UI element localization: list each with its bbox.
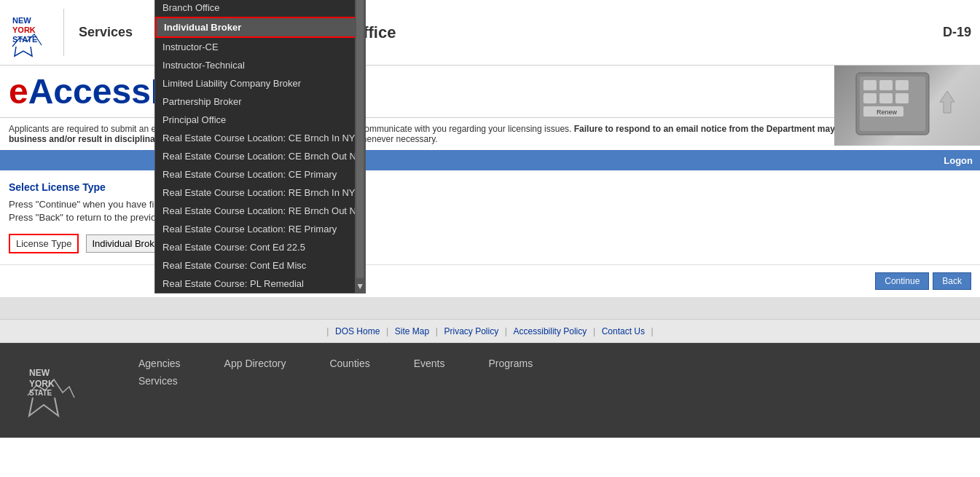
svg-text:YORK: YORK bbox=[29, 379, 55, 389]
footer-events[interactable]: Events bbox=[414, 358, 445, 369]
back-button[interactable]: Back bbox=[933, 272, 971, 290]
main-content: Select License Type Press "Continue" whe… bbox=[0, 170, 980, 264]
dropdown-item[interactable]: Real Estate Course Location: RE Primary bbox=[155, 220, 365, 238]
eaccess-access: Access bbox=[28, 72, 151, 111]
dropdown-item[interactable]: Real Estate Course: PL Remedial bbox=[155, 275, 365, 293]
footer-link-contact[interactable]: Contact Us bbox=[602, 326, 645, 336]
instruction-2: Press "Back" to return to the previous s… bbox=[9, 212, 971, 223]
footer-link-sitemap[interactable]: Site Map bbox=[395, 326, 429, 336]
footer-agencies[interactable]: Agencies bbox=[138, 358, 181, 369]
license-type-row: License Type Associate BrokerBranch Offi… bbox=[9, 234, 971, 253]
svg-text:Renew: Renew bbox=[877, 109, 898, 116]
svg-rect-5 bbox=[863, 80, 877, 90]
footer-col-2: App Directory bbox=[224, 358, 286, 387]
dropdown-item[interactable]: Limited Liability Company Broker bbox=[155, 74, 365, 92]
pipe1: | bbox=[386, 326, 388, 336]
footer-links: Agencies Services App Directory Counties… bbox=[138, 358, 958, 387]
gray-spacer bbox=[0, 297, 980, 319]
section-title: Select License Type bbox=[9, 181, 971, 193]
page-header: NEW YORK STATE Services Associate Broker… bbox=[0, 0, 980, 66]
svg-rect-10 bbox=[895, 93, 909, 103]
dropdown-item[interactable]: Real Estate Course Location: RE Brnch Ou… bbox=[155, 202, 365, 220]
header-logo: NEW YORK STATE bbox=[9, 9, 64, 56]
footer-app-directory[interactable]: App Directory bbox=[224, 358, 286, 369]
alert-text: Applicants are required to submit an e-m… bbox=[9, 124, 958, 144]
scroll-down-arrow[interactable]: ▼ bbox=[354, 280, 366, 293]
dropdown-item[interactable]: Partnership Broker bbox=[155, 92, 365, 111]
nav-services[interactable]: Services bbox=[79, 25, 133, 40]
alert-banner: Applicants are required to submit an e-m… bbox=[0, 117, 980, 150]
footer-link-privacy[interactable]: Privacy Policy bbox=[444, 326, 498, 336]
dropdown-item[interactable]: Real Estate Course Location: CE Primary bbox=[155, 165, 365, 184]
dropdown-item[interactable]: Instructor-CE bbox=[155, 38, 365, 56]
logon-link[interactable]: Logon bbox=[944, 155, 973, 166]
footer-logo-area: NEW YORK STATE bbox=[22, 358, 109, 423]
dropdown-item[interactable]: Real Estate Course Location: CE Brnch In… bbox=[155, 129, 365, 147]
keyboard-svg: Renew bbox=[849, 69, 965, 142]
svg-text:YORK: YORK bbox=[12, 25, 36, 34]
dropdown-item[interactable]: Individual Broker bbox=[155, 17, 365, 38]
pipe2: | bbox=[436, 326, 438, 336]
header-nav: Services Associate Broker Branch Office … bbox=[79, 23, 971, 42]
license-type-label: License Type bbox=[9, 234, 79, 253]
dropdown-scroll-area: Associate BrokerBranch OfficeIndividual … bbox=[155, 0, 365, 293]
dropdown-area: Associate Broker Branch Office Associate… bbox=[154, 23, 921, 42]
ny-state-logo: NEW YORK STATE bbox=[9, 9, 49, 56]
license-type-dropdown[interactable]: Associate BrokerBranch OfficeIndividual … bbox=[154, 0, 366, 293]
dropdown-item[interactable]: Principal Office bbox=[155, 111, 365, 129]
renew-image: Renew bbox=[834, 66, 980, 146]
blue-divider: Logon bbox=[0, 150, 980, 170]
pipe3: | bbox=[505, 326, 507, 336]
eaccess-section: eAccessNY Occupational Licensing Managem… bbox=[0, 66, 980, 117]
dropdown-items-list: Associate BrokerBranch OfficeIndividual … bbox=[155, 0, 365, 293]
footer-col-4: Events bbox=[414, 358, 445, 387]
action-buttons-row: Continue Back bbox=[0, 264, 980, 297]
footer-services[interactable]: Services bbox=[138, 375, 181, 387]
footer-nav-pipe: | bbox=[326, 326, 329, 336]
dropdown-scrollbar[interactable]: ▲ ▼ bbox=[355, 0, 365, 293]
footer-link-dos[interactable]: DOS Home bbox=[335, 326, 380, 336]
footer-col-1: Agencies Services bbox=[138, 358, 181, 387]
continue-button[interactable]: Continue bbox=[875, 272, 929, 290]
footer-programs[interactable]: Programs bbox=[488, 358, 533, 369]
dropdown-item[interactable]: Real Estate Course Location: RE Brnch In… bbox=[155, 184, 365, 202]
svg-text:NEW: NEW bbox=[12, 16, 31, 25]
dropdown-item[interactable]: Real Estate Course: Cont Ed Misc bbox=[155, 256, 365, 275]
pipe4: | bbox=[593, 326, 595, 336]
footer-col-3: Counties bbox=[329, 358, 369, 387]
footer-counties[interactable]: Counties bbox=[329, 358, 369, 369]
svg-rect-8 bbox=[863, 93, 877, 103]
svg-rect-7 bbox=[895, 80, 909, 90]
footer-col-5: Programs bbox=[488, 358, 533, 387]
pipe5: | bbox=[651, 326, 654, 336]
footer-nav-bar: | DOS Home | Site Map | Privacy Policy |… bbox=[0, 319, 980, 343]
dropdown-item[interactable]: Instructor-Technical bbox=[155, 56, 365, 74]
svg-rect-9 bbox=[879, 93, 893, 103]
dropdown-item[interactable]: Branch Office bbox=[155, 0, 365, 17]
svg-text:STATE: STATE bbox=[29, 389, 52, 397]
renew-visual: Renew bbox=[834, 66, 980, 146]
ny-state-svg: NEW YORK STATE bbox=[9, 9, 52, 60]
covid-label: D-19 bbox=[943, 25, 971, 40]
svg-text:NEW: NEW bbox=[29, 368, 50, 378]
svg-marker-13 bbox=[940, 91, 954, 113]
dropdown-item[interactable]: Real Estate Course Location: CE Brnch Ou… bbox=[155, 147, 365, 165]
dropdown-item[interactable]: Real Estate Course: Cont Ed 22.5 bbox=[155, 238, 365, 256]
dark-footer: NEW YORK STATE Agencies Services App Dir… bbox=[0, 343, 980, 438]
instruction-1: Press "Continue" when you have finished … bbox=[9, 199, 971, 210]
footer-link-accessibility[interactable]: Accessibility Policy bbox=[514, 326, 587, 336]
footer-ny-logo: NEW YORK STATE bbox=[22, 358, 80, 423]
svg-rect-6 bbox=[879, 80, 893, 90]
eaccess-e: e bbox=[9, 72, 28, 111]
